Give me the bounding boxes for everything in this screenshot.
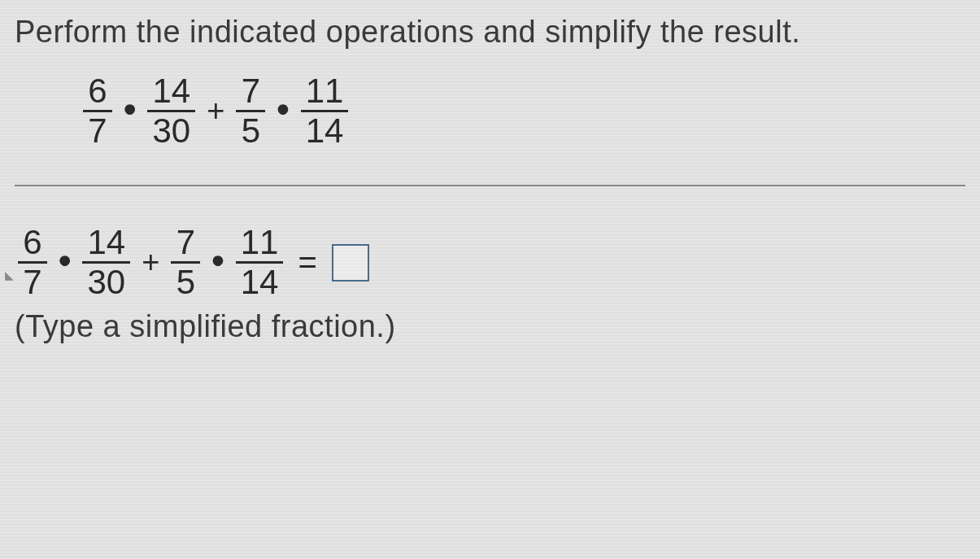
fraction-4: 11 14	[301, 74, 349, 148]
multiply-dot-1: •	[59, 240, 71, 281]
fraction-4-numerator: 11	[236, 225, 284, 261]
answer-hint: (Type a simplified fraction.)	[15, 309, 965, 344]
multiply-dot-2: •	[277, 89, 289, 129]
fraction-2-numerator: 14	[82, 225, 130, 261]
fraction-2-denominator: 30	[147, 112, 195, 148]
answer-input[interactable]	[332, 244, 369, 282]
fraction-2-denominator: 30	[82, 264, 130, 299]
fraction-4: 11 14	[236, 225, 284, 299]
answer-expression: 6 7 • 14 30 + 7 5 • 11 14 =	[15, 225, 965, 299]
fraction-4-numerator: 11	[301, 74, 349, 110]
fraction-2-numerator: 14	[147, 74, 195, 110]
fraction-3-denominator: 5	[172, 264, 200, 299]
fraction-4-denominator: 14	[236, 264, 284, 299]
instruction-text: Perform the indicated operations and sim…	[15, 15, 965, 50]
fraction-3-numerator: 7	[237, 74, 265, 110]
fraction-1-numerator: 6	[18, 225, 46, 261]
plus-operator: +	[207, 94, 224, 129]
problem-expression: 6 7 • 14 30 + 7 5 • 11 14	[80, 74, 965, 148]
fraction-4-denominator: 14	[301, 112, 349, 148]
fraction-3: 7 5	[171, 225, 200, 299]
fraction-3: 7 5	[236, 74, 265, 148]
fraction-1-denominator: 7	[18, 264, 46, 299]
fraction-2: 14 30	[82, 225, 130, 299]
equals-sign: =	[298, 244, 316, 281]
fraction-1-numerator: 6	[83, 74, 111, 110]
section-divider	[15, 185, 965, 186]
fraction-1: 6 7	[18, 225, 47, 299]
fraction-1-denominator: 7	[83, 112, 111, 148]
multiply-dot-2: •	[211, 240, 224, 281]
fraction-2: 14 30	[147, 74, 195, 148]
fraction-3-denominator: 5	[237, 112, 265, 148]
fraction-3-numerator: 7	[172, 225, 200, 261]
fraction-1: 6 7	[83, 74, 112, 148]
plus-operator: +	[142, 245, 159, 280]
marker-icon: ◣	[5, 269, 16, 280]
multiply-dot-1: •	[124, 89, 136, 129]
